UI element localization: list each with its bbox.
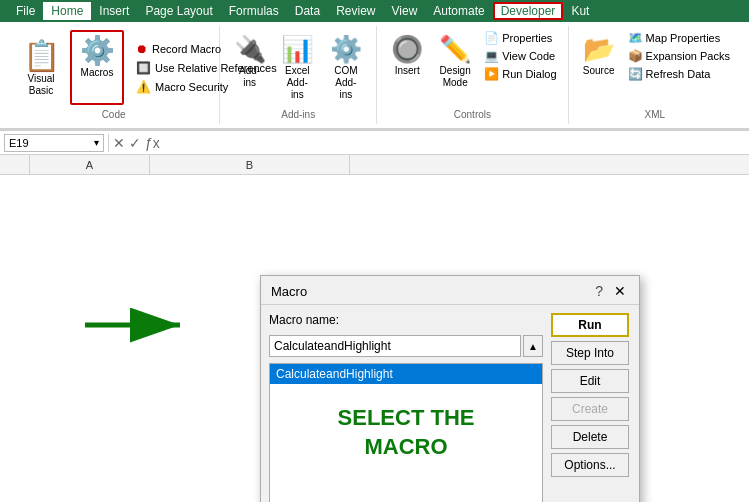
cancel-entry-icon[interactable]: ✕ bbox=[113, 135, 125, 151]
cell-ref: E19 bbox=[9, 137, 29, 149]
run-dialog-button[interactable]: ▶️ Run Dialog bbox=[481, 66, 559, 82]
name-box[interactable]: E19 ▾ bbox=[4, 134, 104, 152]
row-header-corner bbox=[0, 155, 30, 174]
map-properties-button[interactable]: 🗺️ Map Properties bbox=[625, 30, 733, 46]
menu-file[interactable]: File bbox=[8, 4, 43, 18]
expansion-packs-label: Expansion Packs bbox=[646, 50, 730, 62]
menu-kut[interactable]: Kut bbox=[563, 4, 597, 18]
create-button[interactable]: Create bbox=[551, 397, 629, 421]
properties-button[interactable]: 📄 Properties bbox=[481, 30, 559, 46]
source-label: Source bbox=[583, 65, 615, 76]
visual-basic-button[interactable]: 📋 VisualBasic bbox=[16, 30, 66, 105]
excel-addins-icon: 📊 bbox=[281, 34, 313, 65]
code-group: 📋 VisualBasic ⚙️ Macros ⏺ Record Macro bbox=[8, 26, 220, 124]
formula-bar-icons: ✕ ✓ ƒx bbox=[113, 135, 160, 151]
xml-small-buttons: 🗺️ Map Properties 📦 Expansion Packs 🔄 Re… bbox=[625, 30, 733, 82]
dialog-title: Macro bbox=[271, 284, 307, 299]
controls-group-label: Controls bbox=[385, 105, 559, 120]
dialog-close-button[interactable]: ✕ bbox=[611, 282, 629, 300]
sheet-area: A B Macro ? ✕ Macro name: bbox=[0, 155, 749, 502]
menu-developer[interactable]: Developer bbox=[493, 2, 564, 20]
arrow-overlay bbox=[80, 305, 200, 348]
name-box-dropdown[interactable]: ▾ bbox=[94, 137, 99, 148]
dialog-body: Macro name: ▲ CalculateandHighlight SELE… bbox=[261, 305, 639, 502]
menu-formulas[interactable]: Formulas bbox=[221, 4, 287, 18]
menu-data[interactable]: Data bbox=[287, 4, 328, 18]
xml-group-label: XML bbox=[577, 105, 733, 120]
control-small-buttons: 📄 Properties 💻 View Code ▶️ Run Dialog bbox=[481, 30, 559, 82]
expansion-packs-icon: 📦 bbox=[628, 49, 643, 63]
addins-button[interactable]: 🔌 Add-ins bbox=[228, 30, 271, 93]
source-button[interactable]: 📂 Source bbox=[577, 30, 621, 80]
macros-highlight-box: ⚙️ Macros bbox=[70, 30, 124, 105]
menu-review[interactable]: Review bbox=[328, 4, 383, 18]
macro-list-item[interactable]: CalculateandHighlight bbox=[270, 364, 542, 384]
menu-view[interactable]: View bbox=[384, 4, 426, 18]
dialog-left-panel: Macro name: ▲ CalculateandHighlight SELE… bbox=[269, 313, 543, 502]
code-group-label: Code bbox=[16, 105, 211, 120]
insert-control-button[interactable]: 🔘 Insert bbox=[385, 30, 429, 80]
macros-button[interactable]: ⚙️ Macros bbox=[72, 32, 122, 80]
refresh-data-icon: 🔄 bbox=[628, 67, 643, 81]
macros-icon: ⚙️ bbox=[80, 34, 115, 67]
addins-group-label: Add-ins bbox=[228, 105, 368, 120]
security-icon: ⚠️ bbox=[136, 80, 151, 94]
addins-icon: 🔌 bbox=[234, 34, 266, 65]
step-into-button[interactable]: Step Into bbox=[551, 341, 629, 365]
addins-label: Add-ins bbox=[239, 65, 260, 89]
source-icon: 📂 bbox=[583, 34, 615, 65]
design-mode-button[interactable]: ✏️ DesignMode bbox=[433, 30, 477, 93]
macro-name-input[interactable] bbox=[269, 335, 521, 357]
controls-group: 🔘 Insert ✏️ DesignMode 📄 Properties 💻 Vi… bbox=[377, 26, 568, 124]
map-properties-label: Map Properties bbox=[646, 32, 721, 44]
map-properties-icon: 🗺️ bbox=[628, 31, 643, 45]
macro-security-label: Macro Security bbox=[155, 81, 228, 93]
relative-icon: 🔲 bbox=[136, 61, 151, 75]
formula-bar-separator bbox=[108, 134, 109, 152]
run-button[interactable]: Run bbox=[551, 313, 629, 337]
view-code-icon: 💻 bbox=[484, 49, 499, 63]
properties-label: Properties bbox=[502, 32, 552, 44]
design-mode-label: DesignMode bbox=[440, 65, 471, 89]
view-code-label: View Code bbox=[502, 50, 555, 62]
menu-insert[interactable]: Insert bbox=[91, 4, 137, 18]
refresh-data-button[interactable]: 🔄 Refresh Data bbox=[625, 66, 733, 82]
confirm-entry-icon[interactable]: ✓ bbox=[129, 135, 141, 151]
properties-icon: 📄 bbox=[484, 31, 499, 45]
insert-control-label: Insert bbox=[395, 65, 420, 76]
col-header-a: A bbox=[30, 155, 150, 174]
select-macro-text: SELECT THEMACRO bbox=[270, 384, 542, 481]
menu-bar: File Home Insert Page Layout Formulas Da… bbox=[0, 0, 749, 22]
menu-automate[interactable]: Automate bbox=[425, 4, 492, 18]
macro-list: CalculateandHighlight SELECT THEMACRO bbox=[269, 363, 543, 502]
com-addins-button[interactable]: ⚙️ COMAdd-ins bbox=[324, 30, 369, 105]
col-header-b: B bbox=[150, 155, 350, 174]
dialog-right-panel: Run Step Into Edit Create Delete Options… bbox=[551, 313, 631, 502]
macros-label: Macros bbox=[81, 67, 114, 78]
insert-function-icon[interactable]: ƒx bbox=[145, 135, 160, 151]
macro-dialog: Macro ? ✕ Macro name: ▲ CalculateandHigh… bbox=[260, 275, 640, 502]
view-code-button[interactable]: 💻 View Code bbox=[481, 48, 559, 64]
addins-group: 🔌 Add-ins 📊 ExcelAdd-ins ⚙️ COMAdd-ins A… bbox=[220, 26, 377, 124]
edit-button[interactable]: Edit bbox=[551, 369, 629, 393]
menu-page-layout[interactable]: Page Layout bbox=[137, 4, 220, 18]
macro-name-label: Macro name: bbox=[269, 313, 543, 327]
delete-button[interactable]: Delete bbox=[551, 425, 629, 449]
dialog-title-bar: Macro ? ✕ bbox=[261, 276, 639, 305]
menu-home[interactable]: Home bbox=[43, 2, 91, 20]
macro-name-scroll-up[interactable]: ▲ bbox=[523, 335, 543, 357]
expansion-packs-button[interactable]: 📦 Expansion Packs bbox=[625, 48, 733, 64]
com-addins-label: COMAdd-ins bbox=[330, 65, 363, 101]
column-headers: A B bbox=[0, 155, 749, 175]
run-dialog-icon: ▶️ bbox=[484, 67, 499, 81]
run-dialog-label: Run Dialog bbox=[502, 68, 556, 80]
excel-addins-label: ExcelAdd-ins bbox=[281, 65, 314, 101]
options-button[interactable]: Options... bbox=[551, 453, 629, 477]
com-addins-icon: ⚙️ bbox=[330, 34, 362, 65]
design-mode-icon: ✏️ bbox=[439, 34, 471, 65]
vb-label: VisualBasic bbox=[27, 73, 54, 97]
excel-addins-button[interactable]: 📊 ExcelAdd-ins bbox=[275, 30, 320, 105]
refresh-data-label: Refresh Data bbox=[646, 68, 711, 80]
dialog-help-icon[interactable]: ? bbox=[595, 283, 603, 299]
vb-icon: 📋 bbox=[23, 38, 60, 73]
